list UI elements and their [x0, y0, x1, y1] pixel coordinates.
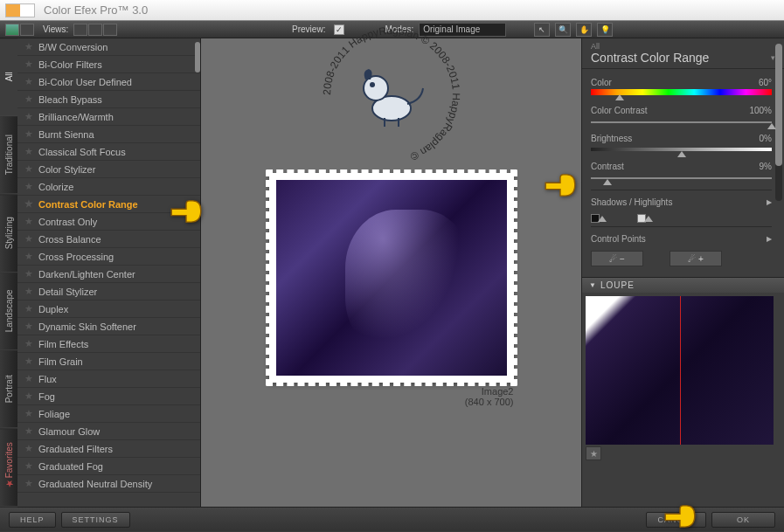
favorite-star-icon[interactable]: ★ [24, 268, 33, 280]
filter-item[interactable]: ★Flux [17, 370, 200, 388]
filter-label: Darken/Lighten Center [38, 269, 135, 280]
view-split-button[interactable] [103, 24, 117, 36]
color-slider[interactable]: Color60° [591, 78, 772, 95]
tab-landscape[interactable]: Landscape [0, 273, 17, 350]
favorite-star-icon[interactable]: ★ [24, 198, 33, 210]
shadow-handle[interactable] [598, 216, 607, 222]
loupe-view[interactable] [586, 296, 774, 445]
filter-item[interactable]: ★Bleach Bypass [17, 91, 200, 108]
filter-item[interactable]: ★Glamour Glow [17, 423, 200, 440]
filter-item[interactable]: ★Cross Balance [17, 231, 200, 248]
favorite-star-icon[interactable]: ★ [24, 76, 33, 87]
filter-item[interactable]: ★Graduated Neutral Density [17, 475, 200, 493]
favorite-star-icon[interactable]: ★ [24, 356, 33, 367]
settings-button[interactable]: SETTINGS [61, 512, 130, 528]
brightness-slider[interactable]: Brightness0% [591, 134, 772, 151]
favorite-star-icon[interactable]: ★ [24, 408, 33, 419]
favorite-star-icon[interactable]: ★ [24, 41, 33, 52]
filter-item[interactable]: ★Cross Processing [17, 248, 200, 266]
favorite-star-icon[interactable]: ★ [24, 111, 33, 122]
favorite-star-icon[interactable]: ★ [24, 128, 33, 140]
filter-label: Graduated Filters [38, 444, 113, 454]
contrast-slider[interactable]: Contrast9% [591, 162, 772, 179]
contrast-handle[interactable] [603, 179, 612, 185]
favorite-star-icon[interactable]: ★ [24, 443, 33, 454]
layout-split-button[interactable] [20, 24, 34, 36]
favorite-star-icon[interactable]: ★ [24, 251, 33, 262]
filter-label: Flux [38, 374, 57, 384]
filter-item[interactable]: ★Graduated Fog [17, 458, 200, 475]
filter-label: Fog [38, 391, 55, 402]
favorite-star-icon[interactable]: ★ [24, 478, 33, 489]
favorite-star-icon[interactable]: ★ [24, 59, 33, 70]
filter-item[interactable]: ★Duplex [17, 301, 200, 318]
loupe-favorite-button[interactable]: ★ [586, 446, 601, 460]
favorite-star-icon[interactable]: ★ [24, 373, 33, 384]
favorite-star-icon[interactable]: ★ [24, 233, 33, 245]
favorite-star-icon[interactable]: ★ [24, 286, 33, 297]
tab-portrait[interactable]: Portrait [0, 350, 17, 428]
filter-item[interactable]: ★Darken/Lighten Center [17, 266, 200, 283]
filter-item[interactable]: ★Graduated Filters [17, 440, 200, 458]
filter-scrollbar[interactable] [195, 42, 200, 73]
favorite-star-icon[interactable]: ★ [24, 303, 33, 314]
control-point-remove-button[interactable]: ☄− [591, 251, 643, 266]
filter-item[interactable]: ★Bi-Color Filters [17, 56, 200, 73]
favorite-star-icon[interactable]: ★ [24, 181, 33, 192]
filter-item[interactable]: ★Color Stylizer [17, 161, 200, 178]
filter-item[interactable]: ★Fog [17, 388, 200, 405]
help-button[interactable]: HELP [9, 512, 56, 528]
control-point-add-button[interactable]: ☄+ [670, 251, 722, 266]
view-single-button[interactable] [73, 24, 87, 36]
filter-item[interactable]: ★Film Grain [17, 353, 200, 370]
favorite-star-icon[interactable]: ★ [24, 321, 33, 332]
filter-list[interactable]: ★B/W Conversion★Bi-Color Filters★Bi-Colo… [17, 38, 200, 507]
filter-item[interactable]: ★Foliage [17, 405, 200, 423]
filter-item[interactable]: ★Brilliance/Warmth [17, 108, 200, 126]
tab-stylizing[interactable]: Stylizing [0, 195, 17, 273]
control-points-header[interactable]: Control Points▶ [591, 231, 772, 247]
color-contrast-handle[interactable] [767, 123, 776, 129]
ok-button[interactable]: OK [711, 512, 775, 528]
color-handle[interactable] [615, 94, 624, 100]
tab-all[interactable]: All [0, 38, 17, 116]
favorite-star-icon[interactable]: ★ [24, 390, 33, 402]
tab-favorites[interactable]: ★Favorites [0, 429, 17, 507]
highlight-handle[interactable] [644, 216, 653, 222]
filter-item[interactable]: ★Dynamic Skin Softener [17, 318, 200, 335]
favorite-star-icon[interactable]: ★ [24, 163, 33, 175]
pointer-tool[interactable]: ↖ [534, 23, 550, 37]
view-sidebyside-button[interactable] [88, 24, 102, 36]
filter-item[interactable]: ★Contrast Only [17, 213, 200, 231]
filter-item[interactable]: ★Contrast Color Range [17, 196, 200, 213]
filter-item[interactable]: ★Classical Soft Focus [17, 143, 200, 161]
panel-scrollbar[interactable] [775, 44, 782, 166]
filter-item[interactable]: ★Detail Stylizer [17, 283, 200, 301]
filter-item[interactable]: ★Bi-Color User Defined [17, 73, 200, 91]
views-label: Views: [43, 24, 68, 34]
favorite-star-icon[interactable]: ★ [24, 338, 33, 349]
favorite-star-icon[interactable]: ★ [24, 93, 33, 105]
favorite-star-icon[interactable]: ★ [24, 146, 33, 157]
favorite-star-icon[interactable]: ★ [24, 216, 33, 227]
settings-panel: All Contrast Color Range▾ Color60° Color… [581, 38, 784, 507]
filter-label: Graduated Neutral Density [38, 479, 152, 489]
loupe-header[interactable]: ▼LOUPE [582, 278, 784, 293]
shadows-highlights-header[interactable]: Shadows / Highlights▶ [591, 194, 772, 211]
cancel-button[interactable]: CANCEL [646, 512, 706, 528]
filter-item[interactable]: ★Film Effects [17, 335, 200, 353]
hand-tool[interactable]: ✋ [576, 23, 592, 37]
favorite-star-icon[interactable]: ★ [24, 425, 33, 437]
color-contrast-slider[interactable]: Color Contrast100% [591, 106, 772, 123]
brightness-handle[interactable] [677, 151, 686, 157]
layout-single-button[interactable] [5, 24, 19, 36]
loupe-section: ▼LOUPE ★ [582, 277, 784, 462]
favorite-star-icon[interactable]: ★ [24, 460, 33, 472]
tab-traditional[interactable]: Traditional [0, 116, 17, 194]
filter-item[interactable]: ★Colorize [17, 178, 200, 196]
info-tool[interactable]: 💡 [597, 23, 613, 37]
filter-item[interactable]: ★Burnt Sienna [17, 126, 200, 143]
zoom-tool[interactable]: 🔍 [555, 23, 571, 37]
filter-item[interactable]: ★B/W Conversion [17, 38, 200, 56]
filter-label: Detail Stylizer [38, 287, 97, 297]
